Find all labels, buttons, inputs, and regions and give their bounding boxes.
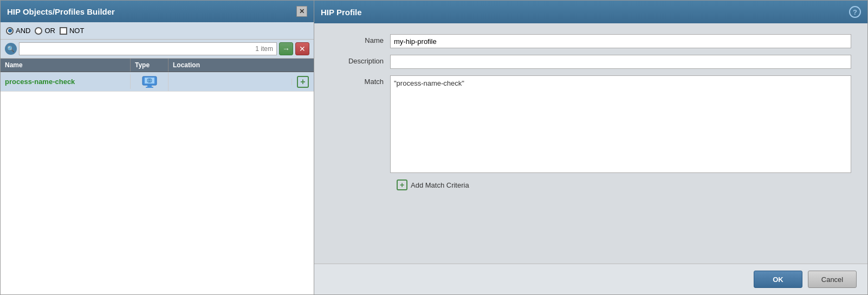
search-input[interactable] <box>19 42 277 55</box>
or-label: OR <box>44 27 55 35</box>
add-match-label[interactable]: Add Match Criteria <box>411 181 469 189</box>
row-type <box>131 73 169 91</box>
not-checkbox-label[interactable]: NOT <box>60 27 84 35</box>
right-panel-header: HIP Profile ? <box>314 1 867 23</box>
svg-rect-2 <box>147 85 152 87</box>
left-panel-title: HIP Objects/Profiles Builder <box>7 7 115 16</box>
not-checkbox[interactable] <box>60 27 67 35</box>
add-match-row: + Add Match Criteria <box>397 179 851 190</box>
col-header-type: Type <box>131 59 169 72</box>
right-panel: HIP Profile ? Name Description Match "pr… <box>314 0 868 295</box>
row-name: process-name-check <box>1 74 131 89</box>
left-panel-header: HIP Objects/Profiles Builder ✕ <box>1 1 314 22</box>
col-header-location: Location <box>169 59 314 72</box>
or-radio-label[interactable]: OR <box>35 27 55 35</box>
table-row[interactable]: process-name-check + <box>1 72 314 92</box>
description-row: Description <box>331 55 851 69</box>
match-label: Match <box>331 75 390 86</box>
right-panel-title: HIP Profile <box>321 8 362 17</box>
description-label: Description <box>331 55 390 65</box>
name-row: Name <box>331 34 851 48</box>
col-header-name: Name <box>1 59 131 72</box>
add-match-button[interactable]: + <box>397 179 407 190</box>
table-header: Name Type Location <box>1 59 314 72</box>
type-icon <box>142 76 157 88</box>
add-row-button[interactable]: + <box>297 76 309 88</box>
table-body: process-name-check + <box>1 72 314 294</box>
logic-row: AND OR NOT <box>1 22 314 40</box>
match-value: "process-name-check" <box>390 75 851 173</box>
help-button[interactable]: ? <box>849 6 861 18</box>
footer-row: OK Cancel <box>314 264 867 294</box>
or-radio[interactable] <box>35 27 42 35</box>
cancel-button[interactable]: Cancel <box>808 271 857 288</box>
close-button[interactable]: ✕ <box>296 6 307 17</box>
left-panel: HIP Objects/Profiles Builder ✕ AND OR NO… <box>0 0 314 295</box>
name-label: Name <box>331 34 390 44</box>
name-input[interactable] <box>390 34 851 48</box>
row-location <box>169 79 292 85</box>
and-radio[interactable] <box>6 27 14 35</box>
description-input[interactable] <box>390 55 851 69</box>
go-button[interactable]: → <box>279 42 293 55</box>
search-icon: 🔍 <box>5 43 17 55</box>
clear-button[interactable]: ✕ <box>295 42 309 55</box>
and-label: AND <box>16 27 30 35</box>
ok-button[interactable]: OK <box>754 271 802 288</box>
row-add-action[interactable]: + <box>292 76 314 88</box>
svg-rect-3 <box>146 87 153 88</box>
not-label: NOT <box>69 27 84 35</box>
and-radio-label[interactable]: AND <box>6 27 30 35</box>
match-row: Match "process-name-check" <box>331 75 851 173</box>
search-row: 🔍 → ✕ <box>1 40 314 59</box>
form-area: Name Description Match "process-name-che… <box>314 23 867 264</box>
